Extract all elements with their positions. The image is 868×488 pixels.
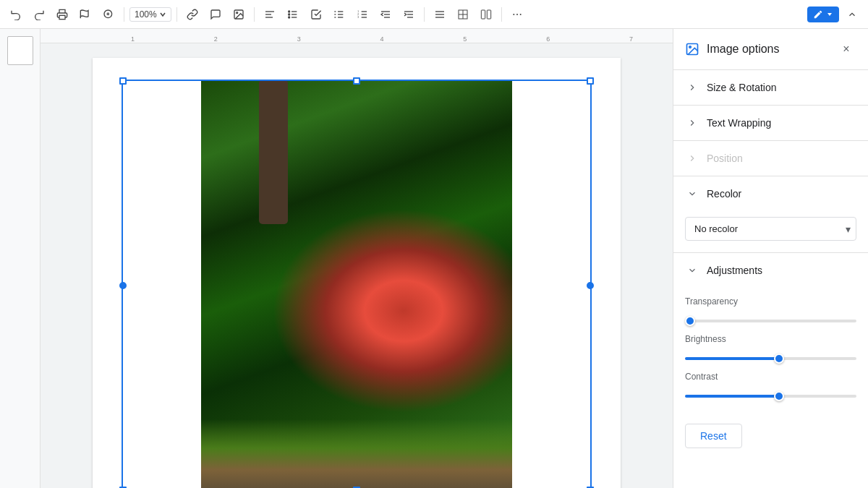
contrast-slider[interactable] xyxy=(685,395,856,398)
panel-title: Image options xyxy=(707,43,836,56)
collapse-toolbar-button[interactable] xyxy=(842,4,862,25)
transparency-slider[interactable] xyxy=(685,320,856,322)
link-button[interactable] xyxy=(182,4,203,25)
redo-button[interactable] xyxy=(29,4,49,25)
doc-page xyxy=(93,58,621,488)
zoom-value: 100% xyxy=(135,9,157,20)
position-label: Position xyxy=(707,153,743,164)
indent-less-button[interactable] xyxy=(375,4,396,25)
handle-top-left[interactable] xyxy=(119,77,127,85)
adjustments-chevron-icon xyxy=(685,263,699,278)
adjustments-content: Transparency Brightness Contrast xyxy=(673,288,868,412)
svg-text:3: 3 xyxy=(357,16,359,19)
zoom-selector[interactable]: 100% xyxy=(129,7,171,22)
panel-header: Image options × xyxy=(673,29,868,70)
svg-point-11 xyxy=(288,11,289,12)
text-wrapping-label: Text Wrapping xyxy=(707,117,771,129)
transparency-label: Transparency xyxy=(685,296,856,307)
reset-button[interactable]: Reset xyxy=(685,424,742,448)
left-sidebar xyxy=(0,29,41,488)
svg-point-44 xyxy=(689,46,692,48)
size-rotation-label: Size & Rotation xyxy=(707,82,777,93)
svg-point-4 xyxy=(236,12,237,13)
handle-middle-left[interactable] xyxy=(119,282,127,289)
section-size-rotation: Size & Rotation xyxy=(673,70,868,106)
paint-format-button[interactable] xyxy=(75,4,95,25)
ruler-tick-7: 7 xyxy=(590,35,673,43)
recolor-select-wrapper: No recolor Grayscale Sepia ▾ xyxy=(685,217,856,241)
columns-button[interactable] xyxy=(476,4,496,25)
canvas-area: 1 2 3 4 5 6 7 xyxy=(41,29,673,488)
panel-close-button[interactable]: × xyxy=(836,39,856,59)
svg-point-40 xyxy=(513,14,514,15)
ruler-marks: 1 2 3 4 5 6 7 xyxy=(41,29,673,43)
recolor-select[interactable]: No recolor Grayscale Sepia xyxy=(685,217,856,241)
section-position: Position xyxy=(673,141,868,176)
ruler-tick-6: 6 xyxy=(506,35,590,43)
ruler: 1 2 3 4 5 6 7 xyxy=(41,29,673,43)
handle-top-right[interactable] xyxy=(587,77,594,85)
adjustments-label: Adjustments xyxy=(707,265,762,276)
ruler-tick-4: 4 xyxy=(341,35,424,43)
size-rotation-header[interactable]: Size & Rotation xyxy=(673,70,868,105)
svg-rect-19 xyxy=(334,17,336,17)
section-adjustments: Adjustments Transparency Brightness Cont… xyxy=(673,253,868,412)
comment-button[interactable] xyxy=(205,4,226,25)
recolor-chevron-icon xyxy=(685,187,699,201)
svg-point-41 xyxy=(516,14,518,15)
svg-rect-39 xyxy=(487,10,490,19)
format-button[interactable] xyxy=(430,4,450,25)
pen-color-button[interactable] xyxy=(807,7,839,22)
more-button[interactable] xyxy=(507,4,527,25)
document-image[interactable] xyxy=(201,80,512,488)
recolor-header[interactable]: Recolor xyxy=(673,176,868,211)
svg-rect-18 xyxy=(334,14,336,14)
text-wrapping-header[interactable]: Text Wrapping xyxy=(673,106,868,140)
toolbar-divider-3 xyxy=(254,7,255,22)
right-panel: Image options × Size & Rotation Text Wra… xyxy=(673,29,868,488)
explore-button[interactable] xyxy=(98,4,119,25)
position-chevron-icon xyxy=(685,151,699,166)
svg-rect-38 xyxy=(481,10,485,19)
recolor-content: No recolor Grayscale Sepia ▾ xyxy=(673,211,868,252)
toolbar-divider-2 xyxy=(176,7,177,22)
image-button[interactable] xyxy=(229,4,249,25)
bullet-list-button[interactable] xyxy=(329,4,349,25)
ruler-tick-1: 1 xyxy=(91,35,174,43)
numbered-list-button[interactable]: 123 xyxy=(352,4,373,25)
undo-button[interactable] xyxy=(6,4,26,25)
brightness-slider[interactable] xyxy=(685,357,856,360)
toolbar-divider-5 xyxy=(501,7,502,22)
svg-point-42 xyxy=(519,14,521,15)
svg-point-12 xyxy=(288,14,289,15)
page-thumbnail[interactable] xyxy=(7,36,33,65)
svg-rect-0 xyxy=(59,15,65,19)
print-button[interactable] xyxy=(52,4,72,25)
svg-point-13 xyxy=(288,17,289,18)
handle-middle-right[interactable] xyxy=(587,282,594,289)
section-text-wrapping: Text Wrapping xyxy=(673,106,868,141)
ruler-tick-3: 3 xyxy=(258,35,341,43)
image-selection-wrapper[interactable] xyxy=(122,80,592,488)
ruler-tick-2: 2 xyxy=(174,35,258,43)
toolbar-divider-4 xyxy=(424,7,425,22)
checklist-button[interactable] xyxy=(306,4,326,25)
recolor-label: Recolor xyxy=(707,188,741,200)
size-rotation-chevron-icon xyxy=(685,80,699,95)
indent-more-button[interactable] xyxy=(399,4,419,25)
image-options-icon xyxy=(685,42,699,56)
tree-trunk xyxy=(259,80,288,224)
main-area: 1 2 3 4 5 6 7 xyxy=(0,29,868,488)
align-button[interactable] xyxy=(260,4,280,25)
adjustments-header[interactable]: Adjustments xyxy=(673,253,868,288)
list-button[interactable] xyxy=(283,4,303,25)
ruler-tick-5: 5 xyxy=(423,35,506,43)
reset-area: Reset xyxy=(673,412,868,460)
section-recolor: Recolor No recolor Grayscale Sepia ▾ xyxy=(673,176,868,253)
toolbar: 100% 123 xyxy=(0,0,868,29)
position-header: Position xyxy=(673,141,868,176)
doc-container xyxy=(41,43,673,488)
svg-rect-17 xyxy=(334,11,336,12)
borders-button[interactable] xyxy=(453,4,473,25)
brightness-label: Brightness xyxy=(685,334,856,344)
